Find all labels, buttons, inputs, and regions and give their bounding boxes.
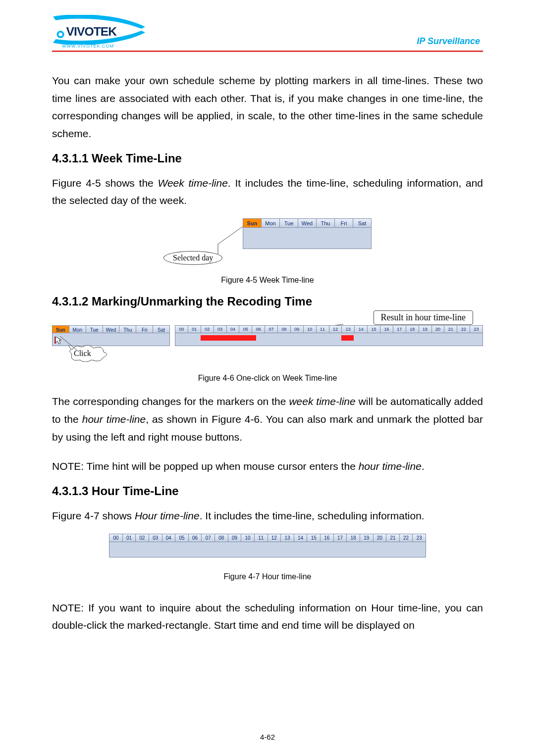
sec1-paragraph: Figure 4-5 shows the Week time-line. It … xyxy=(52,174,483,209)
hour-cell-07[interactable]: 07 xyxy=(265,326,278,333)
hour-cell-03[interactable]: 03 xyxy=(214,326,227,333)
hour-cell-06[interactable]: 06 xyxy=(252,326,265,333)
selected-day-callout: Selected day xyxy=(163,251,222,265)
hour-cell-01[interactable]: 01 xyxy=(123,534,136,542)
text-em: week time-line xyxy=(289,396,355,407)
day-tab-thu[interactable]: Thu xyxy=(119,326,136,333)
note-2: NOTE: If you want to inquire about the s… xyxy=(52,599,483,634)
hour-cell-12[interactable]: 12 xyxy=(329,326,342,333)
hour-cell-23[interactable]: 23 xyxy=(413,534,426,542)
hour-cell-17[interactable]: 17 xyxy=(393,326,406,333)
text-run: The corresponding changes for the marker… xyxy=(52,396,289,407)
text-run: . xyxy=(422,460,425,472)
figure-4-5-caption: Figure 4-5 Week Time-line xyxy=(52,276,483,285)
day-tab-mon[interactable]: Mon xyxy=(69,326,86,333)
svg-point-1 xyxy=(58,33,62,37)
sec3-paragraph: Figure 4-7 shows Hour time-line. It incl… xyxy=(52,507,483,525)
figure-4-7-caption: Figure 4-7 Hour time-line xyxy=(52,572,483,581)
hour-cell-09[interactable]: 09 xyxy=(228,534,242,542)
hour-cell-19[interactable]: 19 xyxy=(360,534,374,542)
page-header: VIVOTEK WWW.VIVOTEK.COM IP Surveillance xyxy=(52,15,483,52)
day-tab-sat[interactable]: Sat xyxy=(353,219,371,227)
hour-cell-04[interactable]: 04 xyxy=(227,326,240,333)
day-tab-mon[interactable]: Mon xyxy=(262,219,280,227)
hour-cell-17[interactable]: 17 xyxy=(334,534,347,542)
text-run: NOTE: Time hint will be popped up when m… xyxy=(52,460,359,472)
text-em: hour time-line xyxy=(82,413,146,425)
hour-cell-11[interactable]: 11 xyxy=(255,534,268,542)
click-callout: Click xyxy=(74,349,91,358)
hour-cell-22[interactable]: 22 xyxy=(400,534,413,542)
hour-cell-10[interactable]: 10 xyxy=(241,534,255,542)
text-em: Week time-line xyxy=(158,177,227,189)
day-tab-tue[interactable]: Tue xyxy=(86,326,103,333)
day-tab-wed[interactable]: Wed xyxy=(298,219,317,227)
hour-cell-09[interactable]: 09 xyxy=(291,326,304,333)
day-tab-sun[interactable]: Sun xyxy=(53,326,69,333)
hour-marked-range[interactable] xyxy=(201,335,256,341)
hour-cell-06[interactable]: 06 xyxy=(189,534,202,542)
hour-cell-14[interactable]: 14 xyxy=(355,326,368,333)
hour-cell-02[interactable]: 02 xyxy=(201,326,214,333)
vivotek-logo-icon: VIVOTEK xyxy=(52,15,146,45)
day-tab-wed[interactable]: Wed xyxy=(103,326,120,333)
hour-cell-00[interactable]: 00 xyxy=(175,326,188,333)
day-tab-sat[interactable]: Sat xyxy=(153,326,169,333)
hour-cell-15[interactable]: 15 xyxy=(368,326,380,333)
hour-cell-14[interactable]: 14 xyxy=(294,534,308,542)
hour-cell-19[interactable]: 19 xyxy=(419,326,432,333)
hour-cell-07[interactable]: 07 xyxy=(202,534,215,542)
ip-surveillance-label: IP Surveillance xyxy=(417,36,483,49)
svg-text:VIVOTEK: VIVOTEK xyxy=(66,25,117,38)
hour-cell-00[interactable]: 00 xyxy=(109,534,123,542)
hour-cell-04[interactable]: 04 xyxy=(162,534,176,542)
hour-cell-10[interactable]: 10 xyxy=(304,326,317,333)
hour-cell-16[interactable]: 16 xyxy=(321,534,334,542)
heading-week-timeline: 4.3.1.1 Week Time-Line xyxy=(52,151,483,165)
hour-cell-23[interactable]: 23 xyxy=(470,326,482,333)
hour-timeline-widget-fig47[interactable]: 0001020304050607080910111213141516171819… xyxy=(109,534,426,557)
hour-cell-02[interactable]: 02 xyxy=(136,534,149,542)
hour-cell-13[interactable]: 13 xyxy=(342,326,355,333)
week-timeline-widget[interactable]: SunMonTueWedThuFriSat xyxy=(243,218,372,249)
hour-cell-05[interactable]: 05 xyxy=(239,326,252,333)
hour-cell-03[interactable]: 03 xyxy=(149,534,162,542)
hour-cell-20[interactable]: 20 xyxy=(374,534,387,542)
page-number: 4-62 xyxy=(0,733,535,741)
figure-4-6-caption: Figure 4-6 One-click on Week Time-line xyxy=(52,374,483,383)
day-tab-fri[interactable]: Fri xyxy=(335,219,353,227)
hour-cell-08[interactable]: 08 xyxy=(215,534,228,542)
day-tab-tue[interactable]: Tue xyxy=(280,219,298,227)
day-tab-thu[interactable]: Thu xyxy=(317,219,335,227)
sec2-paragraph: The corresponding changes for the marker… xyxy=(52,393,483,446)
day-tab-sun[interactable]: Sun xyxy=(243,219,262,227)
hour-cell-15[interactable]: 15 xyxy=(307,534,321,542)
hour-cell-11[interactable]: 11 xyxy=(317,326,329,333)
note-1: NOTE: Time hint will be popped up when m… xyxy=(52,457,483,475)
hour-cell-05[interactable]: 05 xyxy=(175,534,189,542)
hour-timeline-widget[interactable]: 0001020304050607080910111213141516171819… xyxy=(175,325,483,346)
hour-cell-08[interactable]: 08 xyxy=(278,326,291,333)
intro-paragraph: You can make your own schedule scheme by… xyxy=(52,72,483,143)
hour-cell-18[interactable]: 18 xyxy=(406,326,419,333)
click-label: Click xyxy=(74,349,91,357)
hour-cell-18[interactable]: 18 xyxy=(347,534,360,542)
text-run: Figure 4-5 shows the xyxy=(52,177,158,189)
heading-hour-timeline: 4.3.1.3 Hour Time-Line xyxy=(52,484,483,498)
heading-marking: 4.3.1.2 Marking/Unmarking the Recoding T… xyxy=(52,295,483,308)
hour-cell-21[interactable]: 21 xyxy=(444,326,457,333)
hour-marked-range[interactable] xyxy=(341,335,354,341)
hour-cell-20[interactable]: 20 xyxy=(432,326,445,333)
hour-cell-16[interactable]: 16 xyxy=(380,326,393,333)
result-callout: Result in hour time-line xyxy=(374,310,473,325)
figure-4-6: Result in hour time-line SunMonTueWedThu… xyxy=(52,311,483,366)
hour-cell-13[interactable]: 13 xyxy=(281,534,294,542)
vivotek-logo: VIVOTEK WWW.VIVOTEK.COM xyxy=(52,15,146,49)
hour-cell-21[interactable]: 21 xyxy=(386,534,400,542)
hour-cell-01[interactable]: 01 xyxy=(188,326,201,333)
hour-cell-22[interactable]: 22 xyxy=(457,326,470,333)
hour-cell-12[interactable]: 12 xyxy=(268,534,281,542)
text-em: Hour time-line xyxy=(135,510,200,521)
text-run: Figure 4-7 shows xyxy=(52,510,135,521)
day-tab-fri[interactable]: Fri xyxy=(136,326,153,333)
